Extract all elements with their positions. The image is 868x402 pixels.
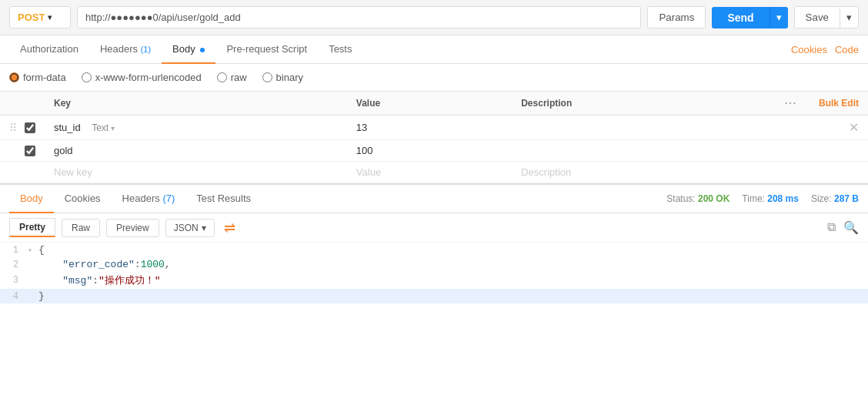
response-section: Body Cookies Headers (7) Test Results St… xyxy=(0,183,868,304)
line-arrow-1: ▾ xyxy=(28,246,38,255)
resp-tab-headers-label: Headers xyxy=(122,193,160,204)
new-value-cell[interactable]: Value xyxy=(347,162,512,183)
key-value-gold: gold xyxy=(54,145,73,156)
tab-pre-request[interactable]: Pre-request Script xyxy=(215,35,318,64)
key-cell-stu_id[interactable]: stu_id Text ▾ xyxy=(45,116,347,140)
line-number-4: 4 xyxy=(0,291,28,302)
tab-body-label: Body xyxy=(172,43,195,55)
resp-headers-badge: (7) xyxy=(162,193,175,204)
resp-tab-body-label: Body xyxy=(20,193,43,204)
cookies-link[interactable]: Cookies xyxy=(791,44,827,55)
format-bar-right: ⧉ 🔍 xyxy=(827,220,859,235)
form-data-table: Key Value Description ··· Bulk Edit ⠿ st… xyxy=(0,92,868,183)
desc-cell-stu_id[interactable] xyxy=(512,116,776,140)
resp-tab-body[interactable]: Body xyxy=(9,185,54,213)
json-open-brace: { xyxy=(38,244,45,256)
line-number-1: 1 xyxy=(0,245,28,256)
save-button[interactable]: Save xyxy=(795,7,840,28)
new-desc-placeholder: Description xyxy=(521,166,571,178)
method-selector[interactable]: POST ▾ xyxy=(9,6,71,28)
tab-headers[interactable]: Headers (1) xyxy=(89,35,162,64)
response-time: 208 ms xyxy=(767,193,799,204)
save-dropdown-button[interactable]: ▾ xyxy=(840,7,858,28)
tab-authorization[interactable]: Authorization xyxy=(9,35,89,64)
delete-btn-stu_id[interactable]: ✕ xyxy=(849,121,859,134)
response-size: 287 B xyxy=(834,193,859,204)
status-code: 200 OK xyxy=(698,193,729,204)
preview-button[interactable]: Preview xyxy=(106,219,159,237)
json-val-error-code: 1000 xyxy=(141,259,165,270)
url-input[interactable] xyxy=(77,6,641,28)
pretty-button[interactable]: Pretty xyxy=(9,218,55,237)
json-key-error-code: "error_code" xyxy=(38,259,135,270)
row-checkbox-gold[interactable] xyxy=(25,146,35,156)
row-checkbox-stu_id[interactable] xyxy=(25,122,35,133)
params-button[interactable]: Params xyxy=(647,6,706,28)
json-format-selector[interactable]: JSON ▾ xyxy=(165,219,215,237)
type-selector-stu_id[interactable]: Text ▾ xyxy=(92,122,115,133)
new-row-extra xyxy=(776,162,868,183)
value-gold: 100 xyxy=(356,145,373,156)
raw-button[interactable]: Raw xyxy=(62,219,100,237)
radio-raw-label: raw xyxy=(231,72,247,83)
bulk-edit-button[interactable]: Bulk Edit xyxy=(806,92,868,116)
new-desc-cell[interactable]: Description xyxy=(512,162,776,183)
value-stu_id: 13 xyxy=(356,122,367,133)
drag-icon: ⠿ xyxy=(9,122,17,134)
delete-cell-gold xyxy=(776,140,868,162)
new-key-cell[interactable]: New key xyxy=(45,162,347,183)
time-label: Time: 208 ms xyxy=(742,193,799,204)
key-value-stu_id: stu_id xyxy=(54,122,81,133)
send-btn-group: Send ▾ xyxy=(712,7,787,28)
tab-pre-request-label: Pre-request Script xyxy=(226,43,307,55)
json-format-label: JSON xyxy=(174,223,199,233)
resp-tab-headers[interactable]: Headers (7) xyxy=(112,185,186,213)
json-line-4: 4 } xyxy=(0,289,868,303)
type-label-stu_id: Text xyxy=(92,122,108,133)
body-type-selector: form-data x-www-form-urlencoded raw bina… xyxy=(0,64,868,92)
tab-body[interactable]: Body xyxy=(162,35,215,64)
code-link[interactable]: Code xyxy=(835,44,859,55)
tab-headers-label: Headers xyxy=(100,43,138,55)
json-comma-1: , xyxy=(165,259,171,270)
new-key-row: New key Value Description xyxy=(0,162,868,183)
row-drag-handle: ⠿ xyxy=(0,116,45,140)
json-val-msg: "操作成功！" xyxy=(98,273,161,287)
send-button[interactable]: Send xyxy=(712,7,769,28)
tab-headers-badge: (1) xyxy=(141,45,151,54)
radio-form-data[interactable]: form-data xyxy=(9,72,66,83)
status-label: Status: 200 OK xyxy=(666,193,729,204)
tab-tests[interactable]: Tests xyxy=(318,35,362,64)
table-row: ⠿ stu_id Text ▾ 13 ✕ xyxy=(0,116,868,140)
tab-body-dot xyxy=(200,48,205,52)
line-number-3: 3 xyxy=(0,275,28,286)
radio-binary-label: binary xyxy=(276,72,303,83)
json-line-3: 3 "msg" : "操作成功！" xyxy=(0,272,868,289)
col-description-header: Description xyxy=(512,92,776,116)
type-dropdown-arrow: ▾ xyxy=(111,124,115,132)
search-icon[interactable]: 🔍 xyxy=(843,220,859,235)
json-body: 1 ▾ { 2 "error_code" : 1000 , 3 "msg" : … xyxy=(0,243,868,304)
json-format-chevron: ▾ xyxy=(202,223,206,233)
wrap-icon[interactable]: ⇌ xyxy=(224,219,235,236)
send-dropdown-button[interactable]: ▾ xyxy=(770,7,788,28)
size-label: Size: 287 B xyxy=(811,193,859,204)
resp-tab-test-results[interactable]: Test Results xyxy=(185,185,262,213)
copy-icon[interactable]: ⧉ xyxy=(827,220,836,235)
table-row: gold 100 xyxy=(0,140,868,162)
request-bar: POST ▾ Params Send ▾ Save ▾ xyxy=(0,0,868,35)
new-value-placeholder: Value xyxy=(356,166,381,178)
tab-tests-label: Tests xyxy=(329,43,352,55)
radio-binary[interactable]: binary xyxy=(262,72,303,83)
desc-cell-gold[interactable] xyxy=(512,140,776,162)
radio-raw[interactable]: raw xyxy=(217,72,247,83)
tab-authorization-label: Authorization xyxy=(20,43,78,55)
resp-tab-cookies[interactable]: Cookies xyxy=(54,185,112,213)
key-cell-gold[interactable]: gold xyxy=(45,140,347,162)
json-close-brace: } xyxy=(38,290,45,302)
value-cell-gold[interactable]: 100 xyxy=(347,140,512,162)
radio-urlencoded[interactable]: x-www-form-urlencoded xyxy=(82,72,202,83)
method-label: POST xyxy=(18,12,45,23)
resp-tab-cookies-label: Cookies xyxy=(65,193,101,204)
value-cell-stu_id[interactable]: 13 xyxy=(347,116,512,140)
